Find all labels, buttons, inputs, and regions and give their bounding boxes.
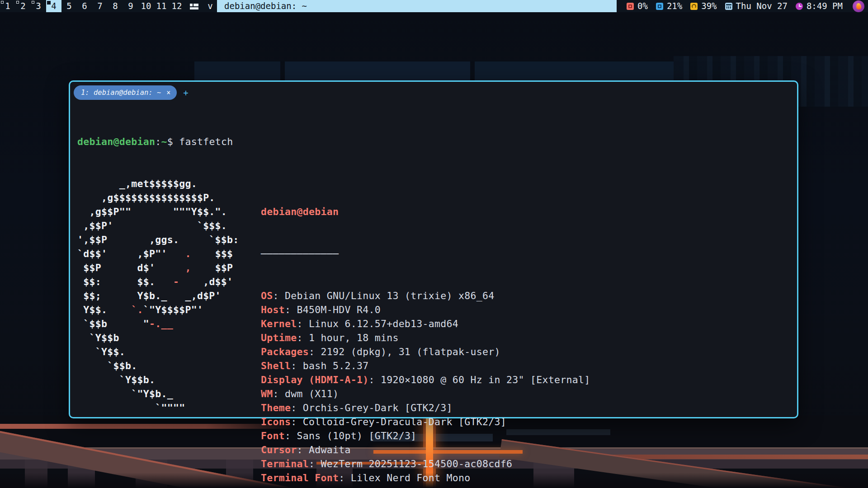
fastfetch-line-shell: Shell: bash 5.2.37 <box>261 359 590 373</box>
memory-icon <box>656 3 663 10</box>
workspace-tag-5[interactable]: 5 <box>61 0 77 12</box>
fastfetch-output: _,met$$$$$gg. ,g$$$$$$$$$$$$$$$P. ,g$$P"… <box>77 177 793 488</box>
fastfetch-separator: ───────────── <box>261 247 590 261</box>
focused-window-title: debian@debian: ~ <box>217 0 617 12</box>
fastfetch-line-host: Host: B450M-HDV R4.0 <box>261 303 590 317</box>
clock-icon <box>796 3 803 10</box>
fastfetch-line-cpu: CPU: AMD Ryzen 5 5600 (12) @ 4.47 GHz <box>261 485 590 488</box>
wallpaper-panel <box>475 61 674 80</box>
fastfetch-line-display: Display (HDMI-A-1): 868×488 @ 60 Hz in… <box>261 373 590 387</box>
tag-occupied-indicator <box>16 1 19 4</box>
workspace-tag-12[interactable]: 12 <box>169 0 184 12</box>
ascii-art-debian-logo: _,met$$$$$gg. ,g$$$$$$$$$$$$$$$P. ,g$$P"… <box>77 177 261 488</box>
workspace-tag-8[interactable]: 8 <box>108 0 123 12</box>
workspace-tag-9[interactable]: 9 <box>123 0 138 12</box>
prompt-symbol: $ <box>167 136 179 147</box>
cpu-usage-value: 0% <box>637 0 648 12</box>
calendar-icon <box>725 3 732 10</box>
dwm-status-bar: 1 2 3 4 5 6 7 8 9 10 11 12 v debian@debi… <box>0 0 868 12</box>
status-time: 8:49 PM <box>796 0 843 12</box>
layout-icon-block <box>190 7 198 9</box>
terminal-tab-1[interactable]: 1: debian@debian: ~ × <box>74 85 177 100</box>
prompt-command: fastfetch <box>179 136 233 147</box>
prompt-separator: : <box>155 136 161 147</box>
status-disk: 39% <box>690 0 717 12</box>
tag-label: 12 <box>172 0 182 12</box>
tray-flame-icon[interactable] <box>853 0 864 12</box>
fastfetch-line-font: Font: Sans (10pt) [GTK2/3] <box>261 429 590 443</box>
tag-label: 7 <box>97 0 102 12</box>
date-value: Thu Nov 27 <box>736 0 788 12</box>
wezterm-window: 1: debian@debian: ~ × + debian@debian:~$… <box>69 80 798 418</box>
tab-bar: 1: debian@debian: ~ × + <box>70 82 797 100</box>
layout-icon-block <box>193 4 198 6</box>
prompt-user-host: debian@debian <box>77 136 155 147</box>
tag-label: 1 <box>5 0 10 12</box>
tag-label: 11 <box>156 0 167 12</box>
cpu-icon <box>627 3 634 10</box>
flame-glyph <box>856 3 861 9</box>
status-memory: 21% <box>656 0 682 12</box>
fastfetch-line-kernel: Kernel: Linux 6.12.57+deb13-amd64 <box>261 317 590 331</box>
tag-label: 4 <box>51 0 56 12</box>
tab-close-icon[interactable]: × <box>166 89 170 97</box>
wallpaper-panel <box>194 61 280 80</box>
fastfetch-info-lines: OS: Debian GNU/Linux 13 (trixie) x86_64H… <box>261 289 590 488</box>
workspace-tag-2[interactable]: 2 <box>15 0 31 12</box>
tab-label: 1: debian@debian: ~ <box>81 89 161 97</box>
disk-usage-value: 39% <box>701 0 717 12</box>
workspace-tag-1[interactable]: 1 <box>0 0 15 12</box>
time-value: 8:49 PM <box>807 0 843 12</box>
layout-icon[interactable] <box>184 0 203 12</box>
tag-label: 5 <box>66 0 71 12</box>
tag-label: 2 <box>20 0 25 12</box>
tag-label: 6 <box>82 0 87 12</box>
tag-label: 8 <box>113 0 118 12</box>
tag-label: 10 <box>141 0 151 12</box>
status-cpu: 0% <box>627 0 648 12</box>
wallpaper-panel-band <box>194 61 674 80</box>
new-tab-button[interactable]: + <box>183 88 188 98</box>
fastfetch-line-os: OS: Debian GNU/Linux 13 (trixie) x86_64 <box>261 289 590 303</box>
workspace-tag-7[interactable]: 7 <box>92 0 108 12</box>
layout-extra-symbol: v <box>203 0 217 12</box>
workspace-tag-10[interactable]: 10 <box>138 0 154 12</box>
tag-label: 9 <box>128 0 133 12</box>
fastfetch-info: debian@debian ───────────── OS: Debian G… <box>261 177 590 488</box>
wallpaper-panel <box>285 61 470 80</box>
fastfetch-line-terminal: Terminal: WezTerm 20251123-154500-ac08cd… <box>261 457 590 471</box>
fastfetch-line-wm: WM: dwm (X11) <box>261 387 590 401</box>
shell-prompt-line: debian@debian:~$ fastfetch <box>77 135 793 149</box>
status-area: 0% 21% 39% Thu Nov 27 8:49 PM <box>617 0 868 12</box>
fastfetch-title: debian@debian <box>261 205 590 219</box>
terminal-content: debian@debian:~$ fastfetch _,met$$$$$gg.… <box>77 107 793 415</box>
memory-usage-value: 21% <box>667 0 682 12</box>
fastfetch-line-terminal-font: Terminal Font: Lilex Nerd Font Mono <box>261 471 590 485</box>
layout-icon-block <box>190 4 193 6</box>
tag-selected-indicator <box>47 1 51 5</box>
disk-icon <box>690 3 698 10</box>
workspace-tag-11[interactable]: 11 <box>154 0 169 12</box>
fastfetch-line-packages: Packages: 2192 (dpkg), 31 (flatpak-user) <box>261 345 590 359</box>
status-date: Thu Nov 27 <box>725 0 788 12</box>
fastfetch-line-uptime: Uptime: 1 hour, 18 mins <box>261 331 590 345</box>
fastfetch-line-icons: Icons: Colloid-Grey-Dracula-Dark [GTK2/3… <box>261 415 590 429</box>
tag-occupied-indicator <box>32 1 34 4</box>
fastfetch-line-cursor: Cursor: Adwaita <box>261 443 590 457</box>
tag-label: 3 <box>36 0 41 12</box>
workspace-tag-3[interactable]: 3 <box>31 0 46 12</box>
workspace-tag-6[interactable]: 6 <box>77 0 92 12</box>
fastfetch-line-theme: Theme: Orchis-Grey-Dark [GTK2/3] <box>261 401 590 415</box>
workspace-tag-4[interactable]: 4 <box>46 0 61 12</box>
prompt-path: ~ <box>161 136 167 147</box>
tag-occupied-indicator <box>1 1 4 4</box>
